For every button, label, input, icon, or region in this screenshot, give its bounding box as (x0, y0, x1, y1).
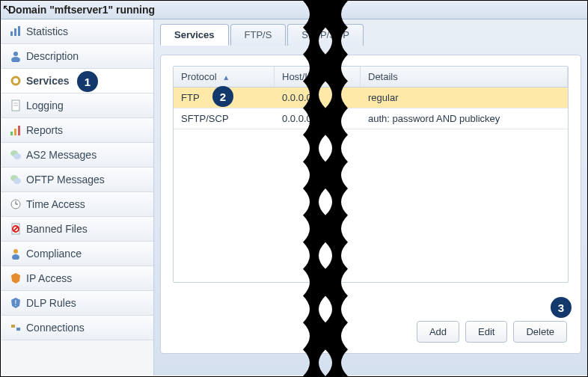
sidebar-item-oftp[interactable]: OFTP Messages (1, 168, 153, 192)
callout-badge-2: 2 (212, 86, 233, 107)
svg-rect-11 (14, 129, 16, 135)
sidebar-item-services[interactable]: Services 1 (1, 69, 153, 94)
cell-details: auth: password AND publickey (361, 108, 568, 129)
clock-icon (10, 198, 22, 210)
col-label: Details (368, 71, 398, 82)
svg-point-4 (11, 57, 20, 62)
column-header-host[interactable]: Host/IP (275, 67, 361, 87)
services-grid: Protocol ▲ Host/IP Details FTP 0.0.0.0 r… (173, 66, 569, 283)
sidebar-item-time-access[interactable]: Time Access (1, 192, 153, 217)
message-bubbles-icon (10, 174, 22, 186)
cell-host: 0.0.0.0 (275, 108, 361, 129)
tab-bar: Services FTP/S SFTP/SCP (160, 24, 581, 46)
sidebar-item-statistics[interactable]: Statistics (1, 19, 153, 44)
button-bar: Add Edit Delete 3 (417, 321, 567, 343)
svg-rect-12 (18, 126, 20, 135)
sidebar-item-connections[interactable]: Connections (1, 316, 153, 340)
sidebar-label: Compliance (26, 248, 82, 260)
badge-icon (10, 248, 22, 260)
svg-text:!: ! (15, 299, 17, 307)
svg-point-16 (13, 178, 21, 184)
main-container: Statistics Description Services 1 Loggin… (1, 19, 587, 376)
grid-header-row: Protocol ▲ Host/IP Details (174, 67, 568, 88)
svg-rect-26 (11, 325, 15, 328)
svg-point-23 (13, 249, 18, 254)
sidebar-label: Description (26, 50, 79, 62)
person-icon (10, 50, 22, 62)
column-header-details[interactable]: Details (361, 67, 568, 87)
sidebar-label: IP Access (26, 272, 72, 284)
sidebar-label: Connections (26, 322, 85, 334)
cell-details: regular (361, 88, 568, 108)
shield-exclaim-icon: ! (10, 297, 22, 309)
table-row[interactable]: FTP 0.0.0.0 regular 2 (174, 88, 568, 108)
cancelled-file-icon (10, 223, 22, 235)
sort-asc-icon: ▲ (222, 73, 230, 82)
cell-host: 0.0.0.0 (275, 88, 361, 108)
document-icon (10, 99, 22, 111)
sidebar-item-reports[interactable]: Reports (1, 118, 153, 143)
column-header-protocol[interactable]: Protocol ▲ (174, 67, 275, 87)
sidebar-label: AS2 Messages (26, 149, 97, 161)
mouse-cursor-icon: ↖ (2, 2, 11, 14)
main-area: Services FTP/S SFTP/SCP Protocol ▲ Host/… (154, 19, 587, 376)
sidebar-item-as2[interactable]: AS2 Messages (1, 143, 153, 168)
sidebar-label: DLP Rules (26, 297, 76, 309)
col-label: Host/IP (282, 71, 314, 82)
delete-button[interactable]: Delete (513, 321, 567, 343)
cell-protocol: SFTP/SCP (174, 108, 275, 129)
sidebar-label: Reports (26, 124, 63, 136)
table-row[interactable]: SFTP/SCP 0.0.0.0 auth: password AND publ… (174, 108, 568, 129)
sidebar: Statistics Description Services 1 Loggin… (1, 19, 154, 376)
svg-rect-2 (18, 26, 20, 36)
col-label: Protocol (181, 71, 217, 82)
bar-chart-icon (10, 124, 22, 136)
tab-sftpscp[interactable]: SFTP/SCP (287, 24, 364, 46)
tab-services[interactable]: Services (160, 24, 229, 46)
svg-rect-0 (10, 31, 13, 36)
svg-rect-1 (14, 28, 16, 36)
edit-button[interactable]: Edit (465, 321, 507, 343)
sidebar-label: OFTP Messages (26, 174, 105, 186)
callout-badge-3: 3 (551, 297, 572, 318)
svg-point-3 (13, 52, 18, 56)
sidebar-item-ip-access[interactable]: IP Access (1, 266, 153, 291)
sidebar-label: Statistics (26, 25, 68, 37)
sidebar-item-compliance[interactable]: Compliance (1, 242, 153, 266)
sidebar-item-dlp-rules[interactable]: ! DLP Rules (1, 291, 153, 316)
sidebar-label: Logging (26, 99, 64, 111)
sidebar-item-description[interactable]: Description (1, 44, 153, 69)
message-bubbles-icon (10, 149, 22, 161)
window-title: Domain "mftserver1" running (8, 4, 155, 16)
add-button[interactable]: Add (417, 321, 459, 343)
svg-rect-10 (10, 132, 13, 135)
sidebar-item-logging[interactable]: Logging (1, 94, 153, 118)
callout-badge-1: 1 (77, 71, 98, 92)
plugs-icon (10, 322, 22, 334)
svg-point-6 (14, 79, 17, 82)
shield-icon (10, 272, 22, 284)
sidebar-item-banned-files[interactable]: Banned Files (1, 217, 153, 242)
gear-icon (10, 75, 22, 87)
window-title-bar: Domain "mftserver1" running (1, 1, 587, 19)
svg-rect-27 (16, 328, 20, 331)
sidebar-label: Banned Files (26, 223, 88, 235)
sidebar-label: Services (26, 75, 70, 87)
services-panel: Protocol ▲ Host/IP Details FTP 0.0.0.0 r… (160, 55, 581, 354)
sidebar-label: Time Access (26, 198, 85, 210)
svg-point-14 (13, 153, 21, 159)
chart-bar-icon (10, 25, 22, 37)
svg-point-24 (12, 254, 19, 260)
tab-ftps[interactable]: FTP/S (230, 24, 287, 46)
